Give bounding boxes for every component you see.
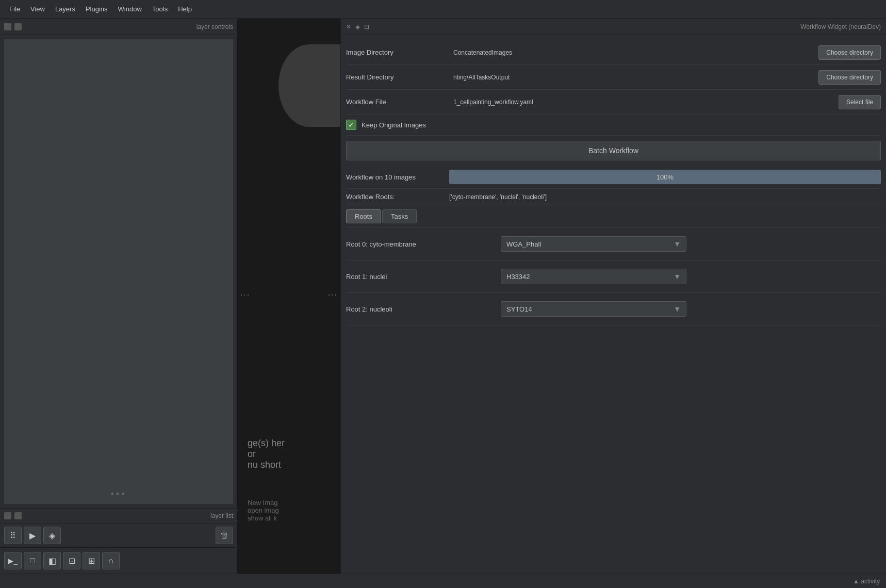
activity-label[interactable]: ▲ activity	[853, 578, 880, 585]
root-0-dropdown[interactable]: WGA_Phall ▼	[501, 236, 686, 252]
layer-list-label: layer list	[210, 512, 233, 519]
result-directory-row: Result Directory nting\AllTasksOutput Ch…	[346, 65, 881, 90]
drop-hint-text: ge(s) her or nu short	[248, 438, 330, 470]
image-directory-row: Image Directory ConcatenatedImages Choos…	[346, 40, 881, 65]
layer-list-bar: layer list	[0, 508, 237, 524]
3d-btn[interactable]: ◧	[43, 552, 61, 569]
action-hint-text: New Imag open imag show all k	[248, 499, 330, 522]
drag-handle-left[interactable]: ⋮	[239, 290, 251, 302]
right-panel: ✕ ◈ ⊡ Workflow Widget (neuralDev) Image …	[340, 19, 886, 574]
root-1-dropdown[interactable]: H33342 ▼	[501, 269, 686, 284]
action-line-1: New Imag	[248, 499, 330, 507]
root-0-value: WGA_Phall	[506, 240, 541, 248]
console-btn[interactable]: ▶_	[4, 552, 22, 569]
select-file-button[interactable]: Select file	[839, 95, 881, 109]
link-icon[interactable]	[14, 23, 22, 30]
root-2-label: Root 2: nucleoli	[346, 305, 501, 313]
batch-workflow-button[interactable]: Batch Workflow	[346, 141, 881, 160]
eye-icon[interactable]	[4, 23, 11, 30]
action-line-2: open imag	[248, 507, 330, 514]
root-0-arrow-icon: ▼	[674, 240, 681, 248]
layer-control-icons	[4, 23, 22, 30]
workflow-roots-label: Workflow Roots:	[346, 193, 449, 201]
grid-btn[interactable]: ⊞	[83, 552, 100, 569]
workflow-progress-row: Workflow on 10 images 100%	[346, 166, 881, 189]
rectangle-btn[interactable]: □	[24, 552, 41, 569]
result-directory-value: nting\AllTasksOutput	[449, 74, 818, 81]
canvas-area: •••	[4, 39, 233, 504]
layer-controls-bar: layer controls	[0, 19, 237, 35]
status-bar: ▲ activity	[0, 574, 886, 588]
menu-view[interactable]: View	[25, 3, 50, 15]
tab-tasks[interactable]: Tasks	[382, 209, 417, 223]
image-directory-button[interactable]: Choose directory	[818, 45, 881, 60]
root-2-arrow-icon: ▼	[674, 305, 681, 313]
action-line-3: show all k	[248, 514, 330, 522]
left-panel: layer controls ••• layer list ⠿ ▶ ◈ 🗑 ▶_…	[0, 19, 237, 574]
tool-toolbar: ⠿ ▶ ◈ 🗑	[0, 524, 237, 547]
workflow-file-value: 1_cellpainting_workflow.yaml	[449, 99, 839, 106]
progress-text: 100%	[657, 173, 674, 181]
root-1-label: Root 1: nuclei	[346, 273, 501, 281]
copy-icon[interactable]	[14, 512, 22, 519]
root-1-row: Root 1: nuclei H33342 ▼	[346, 260, 881, 293]
widget-header-icons: ✕ ◈ ⊡	[346, 23, 369, 30]
crop-btn[interactable]: ⊡	[63, 552, 80, 569]
image-directory-value: ConcatenatedImages	[449, 49, 818, 56]
result-directory-button[interactable]: Choose directory	[818, 70, 881, 85]
tab-roots[interactable]: Roots	[346, 209, 381, 223]
visibility-icon[interactable]	[4, 512, 11, 519]
hint-line-3: nu short	[248, 460, 330, 470]
widget-title: Workflow Widget (neuralDev)	[800, 23, 881, 30]
menu-plugins[interactable]: Plugins	[80, 3, 113, 15]
image-directory-label: Image Directory	[346, 48, 449, 56]
label-tool-btn[interactable]: ◈	[43, 527, 61, 544]
workflow-roots-row: Workflow Roots: ['cyto-membrane', 'nucle…	[346, 189, 881, 205]
root-2-value: SYTO14	[506, 305, 532, 313]
root-2-row: Root 2: nucleoli SYTO14 ▼	[346, 293, 881, 325]
center-panel: ⋮ ge(s) her or nu short New Imag open im…	[237, 19, 340, 574]
root-2-dropdown[interactable]: SYTO14 ▼	[501, 301, 686, 317]
close-icon[interactable]: ✕	[346, 23, 351, 30]
menu-file[interactable]: File	[4, 3, 25, 15]
workflow-file-label: Workflow File	[346, 98, 449, 106]
workflow-roots-value: ['cyto-membrane', 'nuclei', 'nucleoli']	[449, 193, 881, 201]
root-1-value: H33342	[506, 273, 530, 281]
layer-controls-label: layer controls	[196, 23, 233, 30]
pin-icon[interactable]: ◈	[355, 23, 360, 30]
hint-line-1: ge(s) her	[248, 438, 330, 449]
menu-layers[interactable]: Layers	[50, 3, 80, 15]
main-content: layer controls ••• layer list ⠿ ▶ ◈ 🗑 ▶_…	[0, 19, 886, 574]
workflow-progress-label: Workflow on 10 images	[346, 173, 449, 181]
points-tool-btn[interactable]: ⠿	[4, 527, 22, 544]
drag-handle-right[interactable]: ⋮	[327, 290, 338, 302]
layer-list-icons	[4, 512, 22, 519]
progress-bar-container: 100%	[449, 170, 881, 184]
canvas-dots: •••	[111, 489, 127, 500]
keep-original-label: Keep Original Images	[362, 121, 426, 129]
widget-body: Image Directory ConcatenatedImages Choos…	[341, 35, 886, 574]
root-0-label: Root 0: cyto-membrane	[346, 240, 501, 248]
menu-tools[interactable]: Tools	[147, 3, 173, 15]
image-shape	[278, 44, 340, 127]
keep-original-checkbox[interactable]: ✓	[346, 120, 356, 130]
detach-icon[interactable]: ⊡	[364, 23, 369, 30]
keep-original-row: ✓ Keep Original Images	[346, 115, 881, 136]
root-1-arrow-icon: ▼	[674, 272, 681, 281]
hint-line-2: or	[248, 449, 330, 460]
home-btn[interactable]: ⌂	[102, 552, 120, 569]
menu-window[interactable]: Window	[113, 3, 147, 15]
widget-header: ✕ ◈ ⊡ Workflow Widget (neuralDev)	[341, 19, 886, 35]
workflow-file-row: Workflow File 1_cellpainting_workflow.ya…	[346, 90, 881, 115]
delete-btn[interactable]: 🗑	[216, 527, 233, 544]
root-0-row: Root 0: cyto-membrane WGA_Phall ▼	[346, 228, 881, 260]
select-tool-btn[interactable]: ▶	[24, 527, 41, 544]
tabs-row: Roots Tasks	[346, 205, 881, 228]
bottom-toolbar: ▶_ □ ◧ ⊡ ⊞ ⌂	[0, 547, 237, 574]
menu-bar: File View Layers Plugins Window Tools He…	[0, 0, 886, 19]
result-directory-label: Result Directory	[346, 73, 449, 81]
menu-help[interactable]: Help	[173, 3, 197, 15]
